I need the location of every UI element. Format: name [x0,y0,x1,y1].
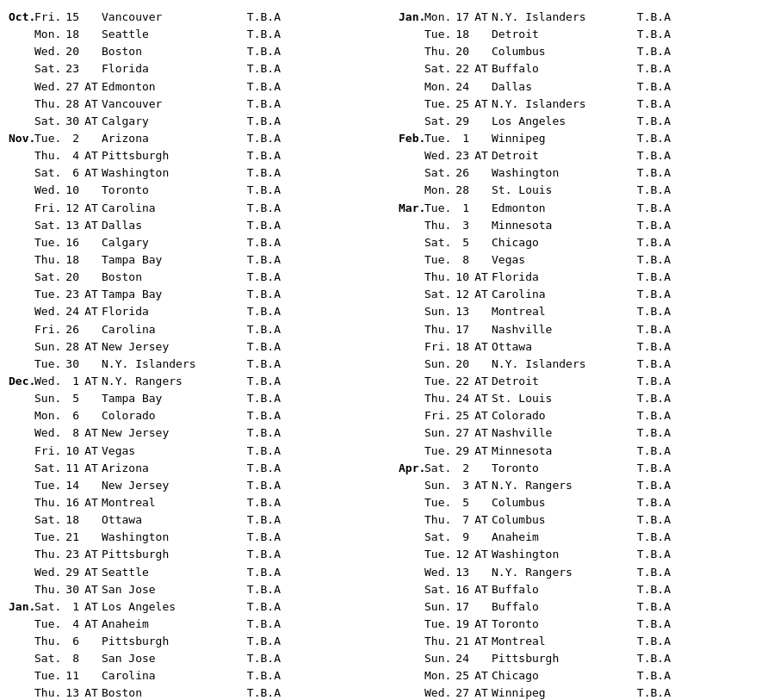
date-number: 22 [454,60,473,77]
date-number: 24 [64,303,83,320]
at-label: AT [83,338,100,356]
opponent-name: Pittsburgh [100,633,238,650]
day-label: Fri. [424,338,454,356]
tba-label: T.B.A [238,685,281,700]
tba-label: T.B.A [628,407,671,424]
opponent-name: Vancouver [100,96,238,113]
opponent-name: Florida [490,269,628,286]
table-row: Tue.30N.Y. IslandersT.B.A [9,356,381,373]
table-row: Thu.4ATPittsburghT.B.A [9,147,381,164]
table-row: Tue.25ATN.Y. IslandersT.B.A [399,96,771,113]
date-number: 27 [64,78,83,96]
date-number: 17 [454,598,473,616]
opponent-name: Montreal [490,303,628,320]
tba-label: T.B.A [238,130,281,147]
tba-label: T.B.A [628,251,671,269]
table-row: Thu.24ATSt. LouisT.B.A [399,390,771,407]
date-number: 1 [64,598,83,616]
date-number: 16 [454,581,473,598]
tba-label: T.B.A [238,9,281,26]
date-number: 20 [64,269,83,286]
day-label: Tue. [34,286,64,303]
day-label: Thu. [34,633,64,650]
date-number: 2 [64,130,83,147]
day-label: Sun. [424,303,454,320]
table-row: Thu.6PittsburghT.B.A [9,633,381,650]
opponent-name: Ottawa [100,511,238,529]
table-row: Tue.11CarolinaT.B.A [9,667,381,685]
at-label: AT [83,147,100,164]
opponent-name: Anaheim [490,529,628,546]
table-row: Tue.12ATWashingtonT.B.A [399,546,771,563]
day-label: Wed. [34,78,64,96]
tba-label: T.B.A [628,130,671,147]
day-label: Sun. [424,650,454,667]
at-label: AT [473,407,490,424]
date-number: 25 [454,96,473,113]
at-label: AT [83,373,100,390]
date-number: 13 [64,217,83,234]
tba-label: T.B.A [238,616,281,633]
opponent-name: Tampa Bay [100,390,238,407]
at-label: AT [83,564,100,581]
tba-label: T.B.A [628,424,671,442]
opponent-name: Vegas [100,443,238,460]
at-label: AT [473,477,490,494]
opponent-name: Arizona [100,460,238,477]
day-label: Tue. [34,529,64,546]
tba-label: T.B.A [628,164,671,182]
at-label: AT [473,685,490,700]
tba-label: T.B.A [628,26,671,43]
tba-label: T.B.A [238,164,281,182]
tba-label: T.B.A [628,529,671,546]
date-number: 4 [64,616,83,633]
left-column: Oct.Fri.15VancouverT.B.AMon.18SeattleT.B… [9,9,381,700]
table-row: Fri.26CarolinaT.B.A [9,321,381,338]
table-row: Mon.6ColoradoT.B.A [9,407,381,424]
table-row: Mar.Tue.1EdmontonT.B.A [399,200,771,217]
opponent-name: Vegas [490,251,628,269]
date-number: 29 [454,113,473,130]
opponent-name: Ottawa [490,338,628,356]
date-number: 27 [454,685,473,700]
date-number: 14 [64,477,83,494]
tba-label: T.B.A [628,477,671,494]
table-row: Sat.16ATBuffaloT.B.A [399,581,771,598]
day-label: Tue. [424,130,454,147]
opponent-name: Carolina [490,286,628,303]
tba-label: T.B.A [238,356,281,373]
day-label: Tue. [34,477,64,494]
at-label: AT [473,147,490,164]
at-label: AT [83,217,100,234]
table-row: Tue.4ATAnaheimT.B.A [9,616,381,633]
opponent-name: Edmonton [490,200,628,217]
tba-label: T.B.A [238,598,281,616]
at-label: AT [83,303,100,320]
day-label: Sat. [424,460,454,477]
day-label: Sat. [424,286,454,303]
date-number: 1 [454,130,473,147]
table-row: Wed.20BostonT.B.A [9,43,381,60]
opponent-name: St. Louis [490,182,628,199]
tba-label: T.B.A [628,321,671,338]
tba-label: T.B.A [628,286,671,303]
date-number: 24 [454,650,473,667]
table-row: Sat.11ATArizonaT.B.A [9,460,381,477]
tba-label: T.B.A [628,460,671,477]
opponent-name: Columbus [490,494,628,511]
month-label: Jan. [9,598,34,616]
table-row: Sat.20BostonT.B.A [9,269,381,286]
opponent-name: Columbus [490,511,628,529]
day-label: Wed. [34,424,64,442]
day-label: Wed. [34,43,64,60]
day-label: Thu. [34,251,64,269]
table-row: Thu.23ATPittsburghT.B.A [9,546,381,563]
date-number: 18 [454,338,473,356]
tba-label: T.B.A [628,443,671,460]
day-label: Tue. [424,200,454,217]
opponent-name: Washington [490,164,628,182]
tba-label: T.B.A [238,494,281,511]
opponent-name: Los Angeles [490,113,628,130]
table-row: Sun.20N.Y. IslandersT.B.A [399,356,771,373]
day-label: Sat. [34,269,64,286]
